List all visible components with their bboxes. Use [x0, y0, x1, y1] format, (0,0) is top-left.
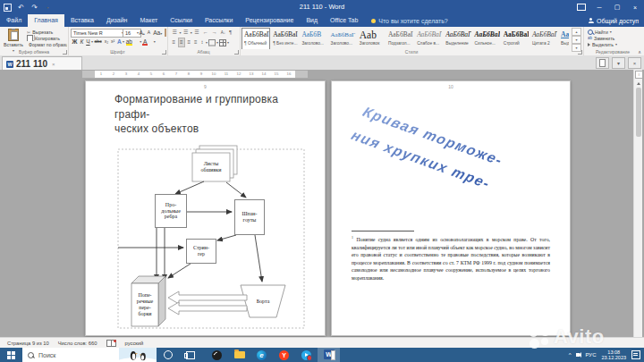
edge-browser-icon[interactable]: e: [250, 348, 273, 362]
messenger-icon[interactable]: [295, 348, 318, 362]
align-center-button[interactable]: ≡: [178, 38, 186, 47]
ribbon-tab[interactable]: Ссылки: [164, 14, 199, 27]
paste-button[interactable]: Вставить ▾: [3, 29, 24, 48]
ribbon-tab[interactable]: Вид: [300, 14, 324, 27]
format-painter-button[interactable]: Формат по образцу: [27, 41, 67, 47]
tray-chevron-icon[interactable]: ^: [569, 352, 572, 358]
font-dialog-launcher[interactable]: [162, 50, 166, 55]
subscript-button[interactable]: х₂: [103, 38, 109, 46]
borders-icon[interactable]: [219, 39, 226, 46]
find-button[interactable]: Найти ▾: [588, 29, 617, 35]
share-button[interactable]: Общий доступ: [589, 14, 639, 27]
style-card[interactable]: АаБбВаГ Заголово...: [328, 28, 357, 49]
replace-button[interactable]: abЗаменить: [588, 35, 617, 41]
clock[interactable]: 13:08 23.12.2023: [601, 349, 626, 361]
volume-icon[interactable]: [576, 353, 580, 357]
stringer-box[interactable]: Стрин- гер: [186, 239, 216, 264]
shading-icon[interactable]: [208, 39, 216, 46]
ribs-box[interactable]: Про- дольные ребра: [155, 194, 187, 228]
wordart-object[interactable]: Кривая торможе- ния хрупких тре-: [346, 99, 554, 214]
style-card[interactable]: АаБбВаГг Строгий: [501, 28, 530, 49]
numbering-button[interactable]: ☰: [182, 29, 189, 37]
justify-button[interactable]: ≡: [193, 38, 199, 46]
change-case-button[interactable]: Аа▾: [152, 29, 164, 38]
align-right-button[interactable]: ≡: [186, 38, 192, 46]
status-page-indicator[interactable]: Страница 9 из 10: [7, 341, 49, 346]
tell-me-box[interactable]: Что вы хотите сделать?: [364, 14, 447, 27]
paragraph-dialog-launcher[interactable]: [234, 50, 239, 55]
increase-indent-button[interactable]: →: [210, 29, 218, 37]
horizontal-ruler[interactable]: 12345678910111213141516: [82, 71, 308, 78]
ribbon-tab[interactable]: Рассылки: [199, 14, 239, 27]
style-card[interactable]: АаБбВаГг Выделение: [443, 28, 471, 49]
frames-box[interactable]: Шпан- гоуты: [234, 199, 265, 235]
style-scroll-up-icon[interactable]: ▴: [572, 28, 581, 36]
page-10[interactable]: 10 Кривая торможе- ния хрупких тре- 1 По…: [331, 80, 571, 336]
style-card[interactable]: Aab Заголовок: [357, 28, 386, 49]
align-left-button[interactable]: ≡: [171, 38, 177, 46]
ruler-toggle-icon[interactable]: ≡: [635, 71, 643, 79]
style-card[interactable]: АаБбВаГг Выделени...: [558, 28, 569, 49]
ribbon-tab[interactable]: Дизайн: [100, 14, 134, 27]
copy-button[interactable]: Копировать: [27, 35, 67, 41]
yandex-browser-icon[interactable]: Y: [273, 348, 295, 362]
maximize-button[interactable]: ▢: [608, 0, 626, 14]
status-language[interactable]: русский: [125, 341, 144, 346]
show-marks-button[interactable]: ¶: [227, 29, 233, 37]
bullets-button[interactable]: ☰: [171, 29, 178, 37]
ribbon-tab[interactable]: Рецензирование: [239, 14, 300, 27]
word-taskbar-icon[interactable]: W: [318, 348, 340, 362]
strikethrough-button[interactable]: abc: [93, 38, 103, 46]
font-family-combo[interactable]: Times New R▾: [71, 29, 126, 38]
clipboard-dialog-launcher[interactable]: [63, 50, 67, 55]
close-button[interactable]: ×: [626, 0, 644, 14]
ribbon-tab[interactable]: Файл: [0, 14, 28, 27]
ribbon-tab[interactable]: Вставка: [64, 14, 100, 27]
cut-button[interactable]: ✂Вырезать: [27, 29, 67, 35]
status-word-count[interactable]: Число слов: 660: [58, 341, 97, 346]
ribbon-tab[interactable]: Макет: [133, 14, 164, 27]
minimize-button[interactable]: ─: [590, 0, 608, 14]
decrease-indent-button[interactable]: ←: [201, 29, 209, 37]
collapse-ribbon-icon[interactable]: ∧: [638, 49, 641, 55]
style-card[interactable]: АаБбВ Заголово...: [299, 28, 327, 49]
multilevel-list-button[interactable]: ☰: [193, 29, 200, 37]
select-button[interactable]: Выделить ▾: [588, 41, 617, 47]
bold-button[interactable]: Ж: [71, 38, 79, 46]
ribbon-display-options-icon[interactable]: [572, 0, 590, 14]
proofing-book-icon[interactable]: [106, 340, 116, 347]
styles-dialog-launcher[interactable]: [578, 50, 582, 55]
sort-button[interactable]: А↓: [219, 29, 226, 37]
scrollbar-thumb[interactable]: [636, 88, 641, 137]
dark-app-icon[interactable]: [206, 348, 228, 362]
taskbar-search-box[interactable]: Поиск: [22, 348, 157, 362]
style-card[interactable]: АаБбВаГг Сильное...: [472, 28, 501, 49]
superscript-button[interactable]: х²: [110, 38, 116, 46]
start-button[interactable]: [0, 348, 22, 362]
scroll-up-icon[interactable]: [634, 80, 642, 88]
block-arrows[interactable]: [168, 291, 247, 315]
underline-button[interactable]: Ч: [85, 38, 91, 46]
italic-button[interactable]: К: [79, 38, 85, 46]
cortana-icon[interactable]: [157, 348, 179, 362]
tab-close-icon[interactable]: ×: [52, 62, 55, 67]
close-tab-button[interactable]: ×: [628, 57, 641, 69]
style-card[interactable]: АаБбВаГг ¶ Обычный: [242, 28, 270, 49]
grow-font-button[interactable]: А▴: [138, 29, 146, 38]
ribbon-tab[interactable]: Office Tab: [324, 14, 364, 27]
style-card[interactable]: АаБбВаГ Подзагол...: [386, 28, 414, 49]
file-explorer-icon[interactable]: [228, 348, 250, 362]
line-spacing-button[interactable]: ↕: [199, 38, 205, 46]
page-9[interactable]: 9 Форматирование и группировка графи-чес…: [85, 80, 326, 336]
style-card[interactable]: АаБбВаГг Слабое в...: [414, 28, 443, 49]
language-indicator[interactable]: РУС: [585, 352, 596, 358]
task-view-icon[interactable]: [179, 348, 201, 362]
new-tab-button[interactable]: [596, 57, 609, 69]
text-effects-button[interactable]: А: [116, 38, 123, 46]
ribbon-tab[interactable]: Главная: [28, 14, 64, 27]
vertical-scrollbar[interactable]: ≡: [633, 70, 642, 337]
document-tab[interactable]: W 211 110 ×: [2, 56, 82, 71]
tab-list-dropdown[interactable]: ▾: [612, 57, 625, 69]
style-scroll-down-icon[interactable]: ▾: [572, 36, 581, 44]
style-card[interactable]: АаБбВаГг ¶ Без инте...: [270, 28, 299, 49]
